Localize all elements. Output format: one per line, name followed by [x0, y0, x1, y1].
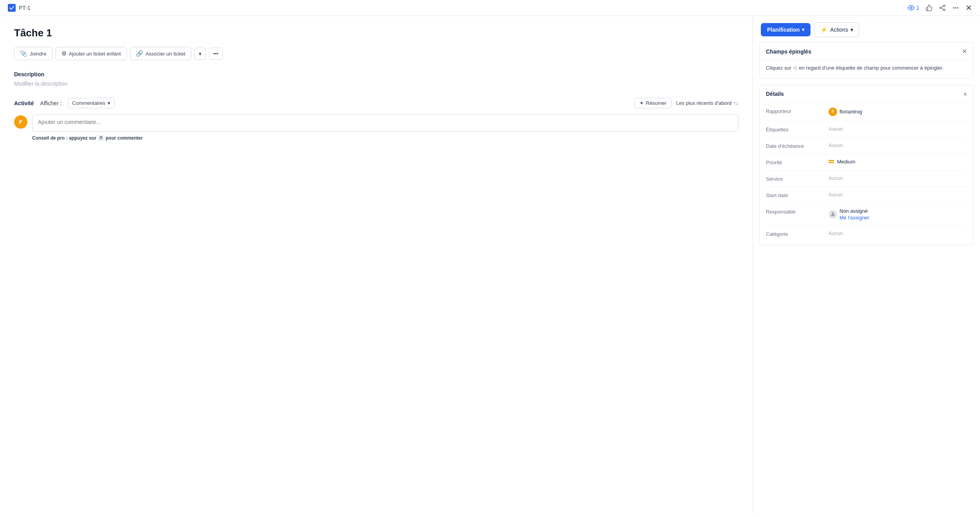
- details-section: Détails ∧ Rapporteur F floriantrog Étiqu…: [759, 85, 974, 245]
- comment-row: F Conseil de pro : appuyez sur M pour co…: [14, 115, 739, 141]
- assignee-wrap: Non assigné Me l'assigner: [839, 208, 869, 221]
- sort-label: Les plus récents d'abord: [676, 100, 731, 106]
- activity-header: Activité Afficher : Commentaires ▾ ✦ Rés…: [14, 98, 739, 108]
- app-logo: [8, 4, 16, 12]
- pinned-title: Champs épinglés: [766, 48, 811, 55]
- detail-label-start-date: Start date: [766, 192, 829, 198]
- svg-point-2: [940, 7, 942, 9]
- activity-label: Activité: [14, 100, 34, 106]
- chevron-down-icon: ▾: [199, 51, 202, 57]
- pinned-card-header: Champs épinglés ✕: [760, 42, 973, 59]
- link-icon: 🔗: [136, 50, 143, 57]
- planification-chevron-icon: ▾: [802, 27, 804, 32]
- extra-options-button[interactable]: •••: [209, 48, 223, 60]
- planification-label: Planification: [767, 27, 800, 33]
- categorie-value: Aucun: [829, 230, 843, 236]
- activity-section: Activité Afficher : Commentaires ▾ ✦ Rés…: [14, 98, 739, 141]
- actions-chevron-icon: ▾: [850, 27, 853, 33]
- joindre-button[interactable]: 📎 Joindre: [14, 47, 52, 60]
- ticket-id: PT-1: [19, 5, 31, 11]
- hierarchy-icon: ⚙: [61, 50, 67, 57]
- detail-row-etiquettes: Étiquettes Aucun: [766, 121, 967, 137]
- detail-value-responsable[interactable]: Non assigné Me l'assigner: [829, 208, 967, 221]
- activity-filter-value: Commentaires: [72, 100, 106, 106]
- priority-bars-icon: [829, 160, 834, 163]
- comment-input[interactable]: [32, 115, 739, 132]
- resume-button[interactable]: ✦ Résumer: [634, 98, 672, 108]
- svg-point-3: [943, 9, 945, 11]
- topbar-left: PT-1: [8, 4, 31, 12]
- date-echeance-value: Aucun: [829, 142, 843, 148]
- add-child-ticket-button[interactable]: ⚙ Ajouter un ticket enfant: [56, 47, 127, 60]
- detail-row-service: Service Aucun: [766, 170, 967, 187]
- detail-label-date-echeance: Date d'échéance: [766, 142, 829, 149]
- resume-label: Résumer: [646, 100, 667, 106]
- detail-value-etiquettes[interactable]: Aucun: [829, 126, 967, 132]
- share-button[interactable]: [939, 4, 946, 11]
- associate-ticket-button[interactable]: 🔗 Associer un ticket: [130, 47, 191, 60]
- lightning-icon: ⚡: [820, 26, 828, 33]
- comment-input-wrap: Conseil de pro : appuyez sur M pour comm…: [32, 115, 739, 141]
- detail-label-rapporteur: Rapporteur: [766, 108, 829, 114]
- details-title: Détails: [766, 91, 784, 97]
- detail-label-categorie: Catégorie: [766, 230, 829, 237]
- svg-point-0: [910, 7, 912, 9]
- service-value: Aucun: [829, 175, 843, 181]
- detail-value-priorite[interactable]: Medium: [829, 159, 967, 165]
- detail-value-categorie[interactable]: Aucun: [829, 230, 967, 236]
- reporter-avatar: F: [829, 108, 837, 116]
- description-placeholder[interactable]: Modifier la description: [14, 81, 739, 87]
- left-panel: Tâche 1 📎 Joindre ⚙ Ajouter un ticket en…: [0, 16, 753, 514]
- planification-button[interactable]: Planification ▾: [761, 23, 811, 36]
- assignee-name: Non assigné: [839, 208, 869, 214]
- svg-point-1: [943, 5, 945, 7]
- detail-row-rapporteur: Rapporteur F floriantrog: [766, 102, 967, 121]
- right-panel: Planification ▾ ⚡ Actions ▾ Champs éping…: [753, 16, 980, 514]
- right-panel-header: Planification ▾ ⚡ Actions ▾: [753, 16, 980, 42]
- dropdown-chevron-icon: ▾: [108, 100, 110, 106]
- detail-value-service[interactable]: Aucun: [829, 175, 967, 181]
- add-child-label: Ajouter un ticket enfant: [69, 51, 121, 57]
- sort-button[interactable]: Les plus récents d'abord ↑↓: [676, 100, 739, 106]
- detail-label-etiquettes: Étiquettes: [766, 126, 829, 133]
- topbar-right: 1 ✕: [908, 4, 972, 12]
- detail-value-start-date[interactable]: Aucun: [829, 192, 967, 197]
- detail-row-categorie: Catégorie Aucun: [766, 225, 967, 242]
- svg-line-5: [941, 6, 943, 7]
- detail-value-date-echeance[interactable]: Aucun: [829, 142, 967, 148]
- detail-row-date-echeance: Date d'échéance Aucun: [766, 137, 967, 154]
- detail-value-rapporteur[interactable]: F floriantrog: [829, 108, 967, 116]
- details-header[interactable]: Détails ∧: [760, 85, 973, 102]
- more-actions-dropdown[interactable]: ▾: [195, 48, 206, 60]
- pro-tip-suffix: pour commenter: [106, 135, 143, 141]
- afficher-label: Afficher :: [40, 100, 62, 106]
- sort-icon: ↑↓: [733, 100, 739, 106]
- detail-row-start-date: Start date Aucun: [766, 187, 967, 203]
- detail-label-responsable: Responsable: [766, 208, 829, 215]
- more-options-button[interactable]: [952, 4, 959, 11]
- priorite-value: Medium: [837, 159, 855, 165]
- associate-label: Associer un ticket: [146, 51, 186, 57]
- pro-tip: Conseil de pro : appuyez sur M pour comm…: [32, 135, 739, 141]
- pinned-close-button[interactable]: ✕: [962, 48, 967, 55]
- start-date-value: Aucun: [829, 192, 843, 197]
- pinned-fields-card: Champs épinglés ✕ Cliquez sur ☆ en regar…: [759, 42, 974, 79]
- svg-point-9: [832, 212, 834, 214]
- me-assigner-link[interactable]: Me l'assigner: [839, 215, 869, 221]
- etiquettes-value: Aucun: [829, 126, 843, 132]
- user-avatar: F: [14, 115, 27, 129]
- svg-line-4: [941, 8, 943, 9]
- pro-tip-key: M: [97, 135, 104, 141]
- assignee-avatar: [829, 210, 837, 219]
- close-button[interactable]: ✕: [966, 4, 972, 12]
- actions-button[interactable]: ⚡ Actions ▾: [814, 22, 859, 37]
- user-initial: F: [19, 119, 23, 125]
- svg-point-6: [953, 7, 954, 8]
- detail-label-priorite: Priorité: [766, 159, 829, 165]
- stars-icon: ✦: [640, 100, 644, 106]
- like-button[interactable]: [926, 4, 933, 11]
- watch-button[interactable]: 1: [908, 4, 919, 11]
- activity-filter-dropdown[interactable]: Commentaires ▾: [68, 98, 115, 108]
- details-collapse-icon: ∧: [963, 91, 967, 97]
- pinned-body: Cliquez sur ☆ en regard d'une étiquette …: [760, 59, 973, 78]
